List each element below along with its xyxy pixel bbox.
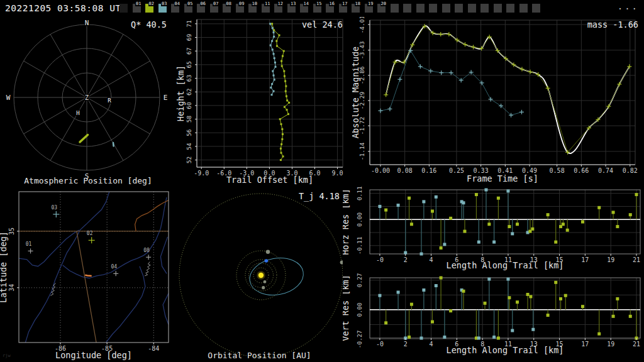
svg-text:H: H bbox=[76, 110, 79, 116]
svg-text:R: R bbox=[108, 97, 111, 104]
camera-tile-slot-27[interactable] bbox=[468, 4, 476, 13]
svg-text:54: 54 bbox=[186, 143, 192, 150]
svg-text:01: 01 bbox=[26, 241, 32, 247]
atmospheric-position-plot: NSWEZRH bbox=[0, 17, 176, 186]
camera-tile-slot-28[interactable] bbox=[480, 4, 489, 13]
camera-tile-07[interactable]: 07 bbox=[210, 4, 218, 13]
svg-text:02: 02 bbox=[87, 231, 93, 236]
camera-tile-06[interactable]: 06 bbox=[197, 4, 205, 13]
svg-text:-0: -0 bbox=[376, 341, 384, 348]
svg-text:4: 4 bbox=[430, 341, 433, 348]
svg-text:N: N bbox=[85, 19, 89, 27]
svg-text:0.00: 0.00 bbox=[356, 212, 363, 227]
camera-tile-14[interactable]: 14 bbox=[300, 4, 308, 13]
camera-tile-11[interactable]: 11 bbox=[262, 4, 270, 13]
svg-text:0.66: 0.66 bbox=[574, 167, 589, 174]
camera-tile-20[interactable]: 20 bbox=[377, 4, 386, 13]
light-curve-plot: -0.000.080.160.250.330.410.490.580.660.7… bbox=[352, 17, 644, 186]
camera-tile-number: 03 bbox=[161, 1, 167, 6]
camera-tile-number: 10 bbox=[252, 1, 258, 6]
camera-tile-13[interactable]: 13 bbox=[287, 4, 296, 13]
svg-text:52: 52 bbox=[186, 156, 192, 163]
camera-tile-number: 06 bbox=[200, 1, 206, 6]
camera-tile-slot-0[interactable] bbox=[119, 4, 128, 13]
overflow-menu-button[interactable]: ... bbox=[618, 1, 639, 11]
camera-tile-17[interactable]: 17 bbox=[339, 4, 347, 13]
svg-text:Vert Res [km]: Vert Res [km] bbox=[343, 275, 350, 341]
svg-text:21: 21 bbox=[633, 341, 640, 348]
camera-tile-slot-31[interactable] bbox=[519, 4, 528, 13]
svg-text:62: 62 bbox=[186, 88, 192, 95]
camera-tile-number: 04 bbox=[174, 1, 180, 6]
camera-tile-18[interactable]: 18 bbox=[352, 4, 360, 13]
svg-text:0.25: 0.25 bbox=[449, 167, 464, 174]
camera-tile-04[interactable]: 04 bbox=[171, 4, 179, 13]
svg-text:-0.27: -0.27 bbox=[356, 331, 363, 349]
camera-tile-12[interactable]: 12 bbox=[274, 4, 282, 13]
svg-text:17: 17 bbox=[581, 341, 589, 348]
svg-text:0.08: 0.08 bbox=[397, 167, 413, 174]
camera-tile-10[interactable]: 10 bbox=[248, 4, 257, 13]
camera-tile-number: 08 bbox=[226, 1, 232, 6]
camera-tile-number: 09 bbox=[238, 1, 245, 6]
svg-text:Trail Offset [km]: Trail Offset [km] bbox=[226, 175, 313, 185]
top-bar: 20221205 03:58:08 UTC 010203040506070809… bbox=[0, 0, 644, 17]
camera-tile-number: 13 bbox=[290, 1, 296, 6]
svg-text:-1.14: -1.14 bbox=[358, 142, 365, 160]
camera-tile-strip: 0102030405060708091011121314151617181920 bbox=[0, 0, 644, 17]
svg-text:0.74: 0.74 bbox=[598, 167, 613, 174]
svg-text:rjw: rjw bbox=[3, 353, 11, 358]
svg-text:Absolute Magnitude: Absolute Magnitude bbox=[352, 47, 360, 138]
camera-tile-slot-26[interactable] bbox=[455, 4, 463, 13]
camera-tile-19[interactable]: 19 bbox=[365, 4, 373, 13]
svg-text:Frame Time [s]: Frame Time [s] bbox=[467, 173, 538, 184]
camera-tile-slot-32[interactable] bbox=[532, 4, 540, 13]
svg-text:-0.00: -0.00 bbox=[371, 167, 390, 174]
camera-tile-slot-24[interactable] bbox=[429, 4, 437, 13]
camera-tile-01[interactable]: 01 bbox=[133, 4, 141, 13]
svg-text:0.58: 0.58 bbox=[550, 167, 565, 174]
panel-light-curve: mass -1.66 -0.000.080.160.250.330.410.49… bbox=[352, 17, 644, 186]
svg-text:-9.0: -9.0 bbox=[194, 170, 209, 177]
camera-tile-number: 19 bbox=[367, 1, 374, 6]
svg-text:-0.11: -0.11 bbox=[356, 236, 363, 255]
svg-text:19: 19 bbox=[607, 341, 614, 348]
orbital-position-plot bbox=[176, 186, 343, 362]
svg-text:58: 58 bbox=[186, 116, 192, 123]
svg-text:0.11: 0.11 bbox=[356, 186, 363, 200]
camera-tile-08[interactable]: 08 bbox=[223, 4, 231, 13]
camera-tile-slot-30[interactable] bbox=[506, 4, 514, 13]
camera-tile-slot-22[interactable] bbox=[403, 4, 411, 13]
svg-text:4: 4 bbox=[430, 256, 433, 263]
svg-text:17: 17 bbox=[581, 256, 589, 263]
svg-text:69: 69 bbox=[186, 34, 192, 41]
atmospheric-position-title: Atmospheric Position [deg] bbox=[0, 176, 176, 185]
svg-text:Z: Z bbox=[85, 94, 89, 101]
svg-text:35: 35 bbox=[8, 228, 15, 235]
svg-text:2: 2 bbox=[404, 256, 408, 263]
svg-text:2: 2 bbox=[404, 341, 408, 348]
camera-tile-slot-25[interactable] bbox=[442, 4, 450, 13]
ground-map-plot: 0102030408-86-85-843534Longitude [deg]La… bbox=[0, 186, 176, 362]
camera-tile-03[interactable]: 03 bbox=[158, 4, 167, 13]
svg-text:Horz Res [km]: Horz Res [km] bbox=[343, 189, 350, 255]
camera-tile-09[interactable]: 09 bbox=[236, 4, 244, 13]
camera-tile-02[interactable]: 02 bbox=[145, 4, 153, 13]
camera-tile-slot-21[interactable] bbox=[391, 4, 399, 13]
camera-tile-05[interactable]: 05 bbox=[184, 4, 192, 13]
camera-tile-number: 17 bbox=[341, 1, 348, 6]
svg-text:19: 19 bbox=[607, 256, 614, 263]
svg-text:71: 71 bbox=[186, 20, 192, 28]
camera-tile-slot-23[interactable] bbox=[416, 4, 425, 13]
svg-text:E: E bbox=[164, 94, 168, 102]
camera-tile-slot-29[interactable] bbox=[494, 4, 502, 13]
camera-tile-number: 12 bbox=[277, 1, 284, 6]
camera-tile-number: 05 bbox=[187, 1, 193, 6]
camera-tile-15[interactable]: 15 bbox=[313, 4, 321, 13]
camera-tile-16[interactable]: 16 bbox=[326, 4, 334, 13]
height-vs-trail-offset-plot: -9.0-6.0-3.00.03.06.09.07169676563626058… bbox=[176, 17, 352, 186]
orbital-position-title: Orbital Position [AU] bbox=[176, 351, 343, 360]
svg-text:04: 04 bbox=[111, 264, 117, 270]
svg-text:0.82: 0.82 bbox=[623, 167, 638, 174]
svg-text:56: 56 bbox=[186, 129, 192, 136]
